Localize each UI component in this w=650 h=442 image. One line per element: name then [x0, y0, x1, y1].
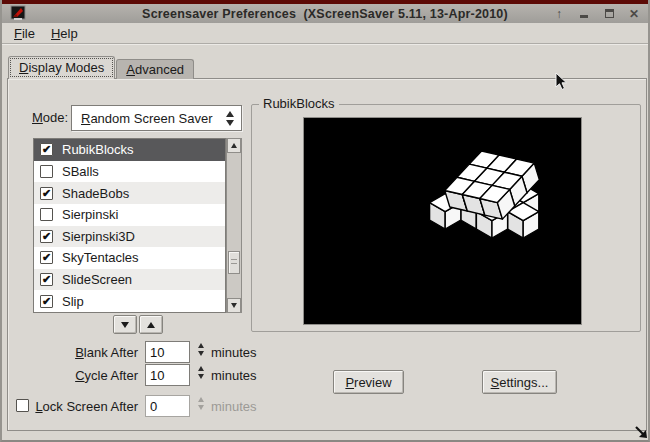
- list-item[interactable]: ✔SlideScreen: [34, 269, 225, 291]
- list-item[interactable]: ✔Sierpinski3D: [34, 226, 225, 248]
- scroll-down-button[interactable]: [227, 298, 241, 313]
- list-scrollbar[interactable]: [226, 138, 242, 313]
- mode-dropdown[interactable]: Random Screen Saver: [71, 105, 242, 131]
- xscreensaver-preferences-window: Screensaver Preferences (XScreenSaver 5.…: [0, 0, 650, 442]
- resize-grip-icon[interactable]: [634, 425, 649, 440]
- saver-checkbox[interactable]: ✔: [40, 273, 53, 286]
- scroll-down-icon: [231, 303, 237, 308]
- saver-checkbox[interactable]: ✔: [40, 187, 53, 200]
- settings-button[interactable]: Settings...: [482, 370, 557, 394]
- mode-dropdown-value: Random Screen Saver: [81, 111, 213, 126]
- mode-label: Mode:: [32, 110, 68, 125]
- saver-checkbox[interactable]: [40, 208, 53, 221]
- preview-screen: [303, 117, 582, 325]
- saver-name: Slip: [62, 294, 84, 309]
- close-button[interactable]: ✕: [626, 6, 642, 22]
- move-down-button[interactable]: [113, 315, 137, 334]
- saver-name: SlideScreen: [62, 272, 132, 287]
- minimize-icon: [580, 15, 588, 18]
- dropdown-arrows-icon: [226, 111, 234, 126]
- menu-help[interactable]: Help: [43, 24, 86, 43]
- list-item[interactable]: SBalls: [34, 161, 225, 183]
- list-item[interactable]: ✔Slip: [34, 290, 225, 312]
- preview-frame-legend: RubikBlocks: [259, 96, 339, 111]
- saver-checkbox[interactable]: ✔: [40, 143, 53, 156]
- lock-after-spinner: [196, 396, 206, 414]
- preview-button[interactable]: Preview: [333, 370, 404, 394]
- blank-after-unit: minutes: [211, 345, 257, 360]
- move-up-button[interactable]: [139, 315, 163, 334]
- list-item[interactable]: ✔RubikBlocks: [34, 139, 225, 161]
- blank-after-label: Blank After: [8, 345, 138, 360]
- scrollbar-thumb[interactable]: [228, 251, 240, 274]
- saver-checkbox[interactable]: ✔: [40, 230, 53, 243]
- blank-after-spinner[interactable]: [196, 342, 206, 360]
- list-item[interactable]: ✔SkyTentacles: [34, 247, 225, 269]
- list-item[interactable]: ✔ShadeBobs: [34, 182, 225, 204]
- cycle-after-input[interactable]: [145, 364, 190, 386]
- saver-checkbox[interactable]: ✔: [40, 251, 53, 264]
- cycle-after-label: Cycle After: [8, 368, 138, 383]
- screensaver-list[interactable]: ✔RubikBlocksSBalls✔ShadeBobsSierpinski✔S…: [33, 138, 226, 313]
- lock-after-input[interactable]: [145, 395, 190, 417]
- saver-name: Sierpinski: [62, 207, 118, 222]
- scroll-up-button[interactable]: [227, 138, 241, 153]
- shade-button[interactable]: ↑: [551, 6, 567, 22]
- menubar: File Help: [2, 23, 648, 44]
- down-arrow-icon: [121, 322, 129, 328]
- saver-checkbox[interactable]: ✔: [40, 295, 53, 308]
- titlebar[interactable]: Screensaver Preferences (XScreenSaver 5.…: [2, 4, 648, 23]
- saver-checkbox[interactable]: [40, 165, 53, 178]
- minimize-button[interactable]: [576, 6, 592, 22]
- rubikblocks-preview-graphic: [304, 118, 581, 324]
- menu-file[interactable]: File: [6, 24, 43, 43]
- saver-name: RubikBlocks: [62, 142, 134, 157]
- lock-after-unit: minutes: [211, 399, 257, 414]
- lock-screen-label: Lock Screen After: [8, 399, 138, 414]
- saver-name: SBalls: [62, 164, 99, 179]
- maximize-icon: [605, 9, 614, 18]
- up-arrow-icon: [147, 322, 155, 328]
- saver-name: ShadeBobs: [62, 186, 129, 201]
- display-modes-page: Mode: Random Screen Saver ✔RubikBlocksSB…: [7, 78, 647, 431]
- saver-name: SkyTentacles: [62, 250, 139, 265]
- cycle-after-spinner[interactable]: [196, 365, 206, 383]
- saver-preview-frame: RubikBlocks: [251, 104, 641, 332]
- tab-display-modes[interactable]: Display Modes: [8, 56, 115, 79]
- maximize-button[interactable]: [601, 6, 617, 22]
- list-item[interactable]: Sierpinski: [34, 204, 225, 226]
- mouse-cursor-icon: [555, 72, 568, 91]
- scroll-up-icon: [231, 143, 237, 148]
- tab-bar: Display Modes Advanced: [8, 57, 195, 79]
- blank-after-input[interactable]: [145, 341, 190, 363]
- tab-advanced[interactable]: Advanced: [116, 59, 194, 79]
- cycle-after-unit: minutes: [211, 368, 257, 383]
- saver-name: Sierpinski3D: [62, 229, 135, 244]
